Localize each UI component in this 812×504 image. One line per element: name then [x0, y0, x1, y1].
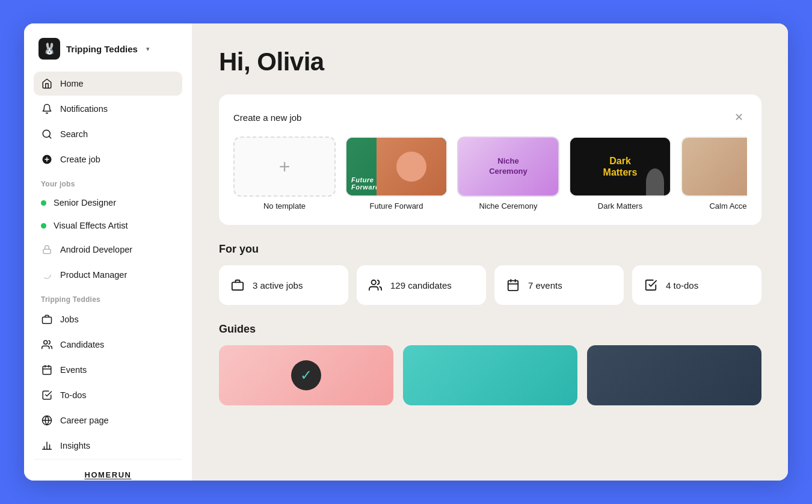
template-thumb: FutureForward: [345, 137, 448, 197]
stat-label: 4 to-dos: [666, 280, 698, 290]
checklist-icon: [644, 278, 657, 292]
for-you-section: For you 3 active jobs: [219, 243, 761, 305]
template-thumb: +: [233, 137, 336, 197]
template-thumb: NicheCeremony: [457, 137, 559, 197]
sidebar-item-label: Insights: [60, 441, 90, 450]
search-icon: [41, 128, 53, 140]
template-thumb: DarkMatters: [569, 137, 671, 197]
brand-chevron-icon: ▾: [146, 45, 150, 53]
stat-card-todos[interactable]: 4 to-dos: [632, 265, 761, 305]
status-dot-green: [41, 200, 46, 206]
sidebar-item-home[interactable]: Home: [34, 72, 182, 96]
template-label: Calm Access: [709, 201, 747, 211]
template-item-calm-access[interactable]: CalmAcce... Calm Access: [681, 137, 747, 211]
template-label: No template: [263, 201, 306, 211]
sidebar-item-career-page[interactable]: Career page: [34, 408, 182, 432]
plus-circle-icon: [41, 153, 53, 165]
sidebar-item-product-manager[interactable]: Product Manager: [34, 263, 182, 287]
stat-label: 3 active jobs: [253, 280, 303, 290]
sidebar-item-android-developer[interactable]: Android Developer: [34, 238, 182, 262]
job-label: Product Manager: [60, 270, 127, 280]
template-label: Future Forward: [370, 201, 423, 211]
sidebar-item-create-job[interactable]: Create job: [34, 147, 182, 171]
template-item-no-template[interactable]: + No template: [233, 137, 336, 211]
spinner-icon: [41, 269, 53, 281]
briefcase-icon: [231, 278, 244, 292]
jobs-icon: [41, 313, 53, 325]
calendar-icon: [506, 278, 520, 292]
sidebar-item-insights[interactable]: Insights: [34, 434, 182, 458]
globe-icon: [41, 414, 53, 426]
dm-text: DarkMatters: [603, 155, 638, 178]
sidebar-item-label: Notifications: [60, 104, 108, 114]
svg-rect-21: [508, 281, 518, 291]
svg-point-8: [44, 340, 48, 344]
brand-header[interactable]: 🐰 Tripping Teddies ▾: [34, 35, 182, 72]
sidebar-item-notifications[interactable]: Notifications: [34, 97, 182, 121]
template-label: Dark Matters: [598, 201, 642, 211]
tripping-teddies-label: Tripping Teddies: [34, 288, 182, 307]
your-jobs-label: Your jobs: [34, 173, 182, 192]
stat-card-active-jobs[interactable]: 3 active jobs: [219, 265, 348, 305]
job-label: Visual Effects Artist: [54, 221, 128, 230]
for-you-grid: 3 active jobs 129 candidates: [219, 265, 761, 305]
stat-label: 7 events: [528, 280, 562, 290]
events-icon: [41, 364, 53, 376]
sidebar-item-label: Events: [60, 365, 87, 375]
bell-icon: [41, 103, 53, 115]
guide-card-1[interactable]: ✓: [219, 345, 393, 405]
template-item-niche-ceremony[interactable]: NicheCeremony Niche Ceremony: [457, 137, 559, 211]
brand-name: Tripping Teddies: [66, 44, 138, 54]
people-icon: [369, 278, 382, 292]
templates-row: + No template FutureForward Future Forwa…: [233, 137, 747, 211]
svg-rect-5: [43, 249, 51, 253]
guides-row: ✓: [219, 345, 761, 405]
brand-icon: 🐰: [38, 38, 60, 60]
create-job-title: Create a new job: [233, 112, 301, 123]
status-dot-green: [41, 223, 46, 229]
sidebar-item-candidates[interactable]: Candidates: [34, 333, 182, 357]
main-content: Hi, Olivia Create a new job ✕ + No templ…: [192, 23, 788, 481]
stat-card-candidates[interactable]: 129 candidates: [357, 265, 486, 305]
sidebar-item-label: To-dos: [60, 390, 87, 400]
sidebar-item-search[interactable]: Search: [34, 122, 182, 146]
stat-label: 129 candidates: [390, 280, 452, 290]
lock-icon: [41, 244, 53, 256]
job-label: Android Developer: [60, 245, 132, 254]
for-you-title: For you: [219, 243, 761, 256]
sidebar-item-events[interactable]: Events: [34, 358, 182, 382]
guide-card-3[interactable]: [587, 345, 761, 405]
checkbox-icon: [41, 389, 53, 401]
dm-person: [646, 168, 664, 195]
candidates-icon: [41, 339, 53, 351]
insights-icon: [41, 440, 53, 452]
job-label: Senior Designer: [54, 198, 116, 207]
svg-point-6: [43, 271, 51, 278]
create-job-card: Create a new job ✕ + No template: [219, 94, 761, 225]
sidebar-item-label: Home: [60, 79, 84, 88]
template-item-future-forward[interactable]: FutureForward Future Forward: [345, 137, 448, 211]
sidebar-item-label: Candidates: [60, 340, 104, 349]
sidebar-item-label: Search: [60, 129, 88, 139]
svg-rect-19: [232, 282, 243, 290]
sidebar-item-label: Career page: [60, 416, 109, 425]
svg-point-20: [372, 280, 376, 284]
template-item-dark-matters[interactable]: DarkMatters Dark Matters: [569, 137, 671, 211]
template-label: Niche Ceremony: [479, 201, 538, 211]
ff-image: [377, 138, 446, 195]
guide-card-2[interactable]: [403, 345, 577, 405]
page-title: Hi, Olivia: [219, 48, 761, 76]
sidebar-item-todos[interactable]: To-dos: [34, 383, 182, 407]
stat-card-events[interactable]: 7 events: [494, 265, 624, 305]
sidebar-item-senior-designer[interactable]: Senior Designer: [34, 192, 182, 214]
guides-title: Guides: [219, 323, 761, 336]
svg-line-1: [49, 136, 51, 138]
svg-rect-9: [43, 366, 51, 375]
sidebar-item-jobs[interactable]: Jobs: [34, 307, 182, 331]
home-icon: [41, 78, 53, 90]
sidebar-footer: HOMERUN: [34, 459, 182, 481]
sidebar: 🐰 Tripping Teddies ▾ Home Notifications: [24, 23, 192, 481]
sidebar-item-visual-effects-artist[interactable]: Visual Effects Artist: [34, 215, 182, 236]
close-create-job-button[interactable]: ✕: [730, 109, 747, 126]
sidebar-item-label: Jobs: [60, 315, 79, 324]
